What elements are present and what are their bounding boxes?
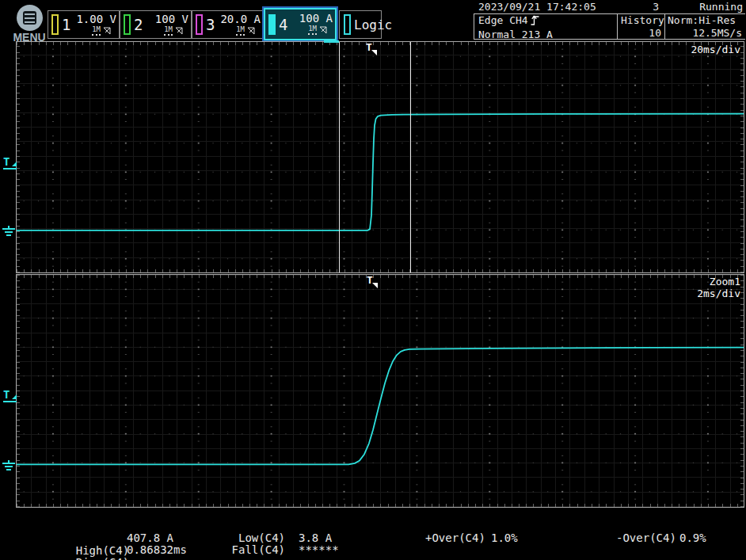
measurement-fall-value: ****** xyxy=(299,543,339,556)
channel-2-scale: 100 V xyxy=(155,13,188,25)
impedance-1m-icon: 1M xyxy=(164,26,173,36)
channel-2-box[interactable]: 2 100 V 1M xyxy=(120,10,192,39)
logic-box[interactable]: Logic xyxy=(339,10,382,39)
history-label: History xyxy=(621,14,661,27)
probe-icon xyxy=(247,27,256,35)
probe-icon xyxy=(319,26,328,34)
trigger-type: Edge CH4 xyxy=(478,14,528,26)
trigger-position-marker-zoom[interactable]: T xyxy=(367,276,373,285)
channel-3-scale: 20.0 A xyxy=(220,13,261,25)
channel-2-number: 2 xyxy=(134,16,143,33)
trigger-mode: Normal 213 A xyxy=(478,29,617,41)
measurement-pover-label: +Over(C4) xyxy=(425,531,485,544)
probe-icon xyxy=(103,27,112,35)
measurement-low-value: 3.8 A xyxy=(299,531,332,544)
measurement-rise: Rise(C4)0.86832ms xyxy=(49,543,129,560)
measurement-label: Rise(C4) xyxy=(76,556,129,560)
datetime: 2023/09/21 17:42:05 xyxy=(478,1,596,13)
acq-mode: Norm:Hi-Res xyxy=(668,14,742,27)
channel-4-color-bracket xyxy=(268,14,276,35)
history-box[interactable]: History 10 xyxy=(617,14,664,39)
rising-edge-icon xyxy=(531,15,539,29)
trigger-position-marker[interactable]: T xyxy=(366,43,372,52)
channel-2-color-bracket xyxy=(124,14,131,35)
channel-3-color-bracket xyxy=(196,14,203,35)
impedance-1m-icon: 1M xyxy=(236,26,245,36)
zoom-right-cursor[interactable] xyxy=(410,42,411,272)
channel-4-number: 4 xyxy=(279,16,287,33)
sample-rate: 12.5MS/s xyxy=(668,27,742,40)
channel-1-scale: 1.00 V xyxy=(76,13,116,25)
channel-3-number: 3 xyxy=(206,16,215,33)
ch4-trace-zoom xyxy=(17,348,744,465)
trigger-info-box[interactable]: Edge CH4 Normal 213 A xyxy=(474,14,617,39)
trigger-level-marker-zoom[interactable]: T xyxy=(3,390,17,402)
measurement-fall-label: Fall(C4) xyxy=(222,543,285,556)
impedance-1m-icon: 1M xyxy=(308,25,317,35)
zoom-window-label: Zoom1 xyxy=(710,276,740,288)
oscilloscope-screen: MENU 1 1.00 V 1M 2 100 V 1M 3 20.0 A xyxy=(0,0,746,560)
channel-4-scale: 100 A xyxy=(299,13,333,25)
zoom-waveform-window: T Zoom1 2ms/div xyxy=(16,274,744,508)
logic-color-bracket xyxy=(344,14,351,35)
channel-1-color-bracket xyxy=(51,14,59,35)
measurement-pover-value: 1.0% xyxy=(491,531,518,544)
impedance-1m-icon: 1M xyxy=(92,26,101,36)
probe-icon xyxy=(175,27,184,35)
trigger-level-marker-main[interactable]: T xyxy=(3,157,17,170)
logic-label: Logic xyxy=(354,17,392,32)
channel-1-box[interactable]: 1 1.00 V 1M xyxy=(48,10,120,39)
zoom-timebase: 2ms/div xyxy=(697,288,740,299)
measurement-value: 407.8 A xyxy=(127,531,173,544)
main-timebase: 20ms/div xyxy=(691,44,740,55)
measurement-value: 0.86832ms xyxy=(127,543,187,556)
history-value: 10 xyxy=(621,27,661,40)
ch4-ground-marker-main[interactable] xyxy=(2,226,16,236)
hamburger-icon xyxy=(17,5,43,31)
menu-button[interactable]: MENU xyxy=(6,2,48,43)
ch4-ground-marker-zoom[interactable] xyxy=(2,460,16,470)
measurement-mover-label: -Over(C4) xyxy=(616,531,676,544)
acquisition-mode-box[interactable]: Norm:Hi-Res 12.5MS/s xyxy=(664,14,744,39)
channel-1-number: 1 xyxy=(62,16,70,33)
ch4-trace-main xyxy=(17,114,744,230)
channel-3-box[interactable]: 3 20.0 A 1M xyxy=(192,10,264,39)
main-waveform-window: T 20ms/div xyxy=(16,41,744,273)
channel-4-box-active[interactable]: 4 100 A 1M xyxy=(264,8,337,40)
zoom-left-cursor[interactable] xyxy=(339,42,340,272)
measurement-low-label: Low(C4) xyxy=(222,531,285,544)
measurement-mover-value: 0.9% xyxy=(679,531,706,544)
run-state: Running xyxy=(699,1,743,13)
acquisition-count: 3 xyxy=(653,1,659,13)
